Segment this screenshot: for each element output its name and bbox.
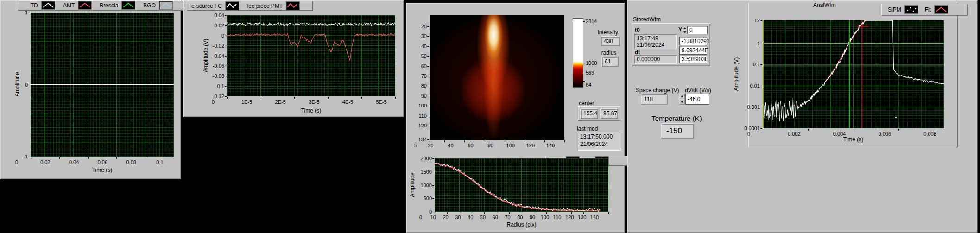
legend-label: SiPM: [888, 6, 901, 13]
chart-canvas[interactable]: [227, 15, 395, 96]
temperature-indicator: -150: [661, 123, 694, 139]
waveform-graph[interactable]: [227, 15, 395, 96]
legend-swatch-zigzag-icon[interactable]: [225, 1, 239, 10]
analwfm-graph[interactable]: [763, 20, 944, 128]
legend-swatch-peak-icon[interactable]: [41, 1, 55, 10]
spin-up-button[interactable]: [683, 26, 687, 30]
x-tick-mark: [854, 129, 854, 131]
y-index-input[interactable]: 0: [687, 26, 708, 34]
y-tick-label: 40: [406, 44, 427, 49]
panel-esource-graph: e-source FCTee piece PMT Amplitude (V) T…: [183, 0, 404, 117]
legend-swatch-peak-icon[interactable]: [159, 1, 173, 10]
chart-canvas[interactable]: [31, 13, 174, 157]
x-tick-label: 3E-5: [300, 99, 328, 105]
y-tick-label: 60: [406, 63, 427, 69]
dvdt-spinner[interactable]: [679, 94, 685, 105]
radius-indicator: 61: [601, 57, 619, 67]
x-tick-label: 0.002: [780, 131, 808, 137]
x-tick-mark: [227, 97, 228, 99]
x-axis-label: Time (s): [31, 167, 174, 173]
x-tick-label: 0: [199, 99, 227, 105]
y-tick-label: -0.02: [204, 43, 224, 49]
color-scale-cap: [573, 21, 583, 21]
legend-label: Brescia: [100, 2, 118, 9]
color-scale[interactable]: [573, 18, 583, 88]
colorbar-tick-label: 1000: [586, 60, 597, 66]
x-tick-mark: [485, 140, 485, 142]
waveform-graph[interactable]: [31, 13, 174, 157]
analwfm-title: AnalWfm: [813, 2, 836, 8]
radius-label: radius: [596, 50, 622, 56]
y-tick-mark: [28, 157, 30, 157]
x-tick-mark: [544, 140, 545, 142]
legend-item-brescia[interactable]: Brescia: [100, 1, 135, 10]
x-tick-label: 0.008: [916, 131, 944, 137]
legend-item-tee-piece-pmt[interactable]: Tee piece PMT: [246, 1, 300, 10]
y-tick-mark: [427, 106, 429, 106]
y-tick-label: 90: [406, 93, 427, 99]
down-arrow-icon: [681, 101, 683, 103]
y-tick-mark: [427, 76, 429, 76]
space-charge-indicator: 118: [641, 94, 668, 105]
x-tick-mark: [88, 157, 89, 159]
lastmod-label: last mod: [577, 126, 598, 132]
legend-item-td[interactable]: TD: [31, 1, 55, 10]
y-index-spinner[interactable]: [683, 26, 687, 34]
x-tick-label: 0.1: [146, 159, 174, 165]
x-tick-mark: [294, 97, 295, 99]
chart-canvas[interactable]: [435, 158, 608, 212]
y-tick-mark: [432, 198, 434, 199]
y-tick-label: 100: [406, 103, 427, 108]
panel-detector-graph: TDAMTBresciaBGO Amplitude Time (s) 00.02…: [0, 0, 181, 179]
legend-swatch-peak-icon[interactable]: [121, 1, 135, 10]
legend-label: AMT: [63, 2, 75, 9]
x-axis-label: Time (s): [227, 107, 395, 114]
x-tick-mark: [444, 140, 445, 142]
x-tick-mark: [116, 157, 117, 159]
y-tick-mark: [427, 139, 429, 140]
spin-down-button[interactable]: [679, 99, 685, 105]
legend-item-sipm[interactable]: SiPM: [888, 5, 918, 14]
x-tick-mark: [534, 212, 534, 214]
y-tick-mark: [28, 85, 30, 85]
y-tick-label: 134: [406, 137, 427, 142]
x-tick-mark: [525, 140, 525, 142]
colorbar-tick-label: 2814: [586, 19, 597, 24]
spin-up-button[interactable]: [679, 94, 685, 99]
chart-canvas[interactable]: [763, 20, 944, 128]
y-tick-label: 80: [406, 83, 427, 88]
legend-swatch-peak-icon[interactable]: [78, 1, 92, 10]
x-tick-label: 1E-5: [233, 99, 261, 105]
x-tick-mark: [472, 212, 472, 214]
y-index-label: Y: [678, 26, 682, 33]
y-tick-label: -0.1: [204, 83, 224, 89]
x-tick-mark: [509, 212, 510, 214]
y-tick-mark: [432, 172, 434, 172]
legend-item-bgo[interactable]: BGO: [143, 1, 173, 10]
legend-swatch-peak-icon[interactable]: [934, 5, 948, 14]
y-tick-mark: [225, 86, 227, 87]
spin-down-button[interactable]: [683, 30, 687, 34]
y-tick-label: 70: [406, 73, 427, 79]
legend-item-amt[interactable]: AMT: [63, 1, 92, 10]
temperature-label: Temperature (K): [650, 114, 703, 122]
intensity-indicator: 430: [601, 36, 620, 46]
legend-swatch-dots-icon[interactable]: [904, 5, 918, 14]
y-tick-label: 120: [406, 123, 427, 128]
dvdt-input[interactable]: -46.0: [685, 94, 709, 105]
y-tick-mark: [225, 56, 227, 57]
x-axis-label: Time (s): [763, 136, 944, 143]
x-tick-label: 140: [537, 143, 564, 148]
y-tick-label: -1: [7, 154, 28, 159]
legend-swatch-zigzag-icon[interactable]: [286, 1, 300, 10]
t0-indicator: 13:17:49 21/06/2024: [634, 34, 677, 49]
x-tick-mark: [464, 140, 465, 142]
x-tick-mark: [145, 157, 145, 159]
y-tick-label: 1000: [411, 183, 432, 188]
legend-item-fit[interactable]: Fit: [925, 5, 948, 14]
beam-intensity-image[interactable]: [430, 15, 564, 140]
x-tick-mark: [395, 97, 396, 99]
y-tick-mark: [432, 212, 434, 212]
radial-profile-graph[interactable]: [435, 158, 608, 212]
legend-item-e-source-fc[interactable]: e-source FC: [191, 1, 239, 10]
